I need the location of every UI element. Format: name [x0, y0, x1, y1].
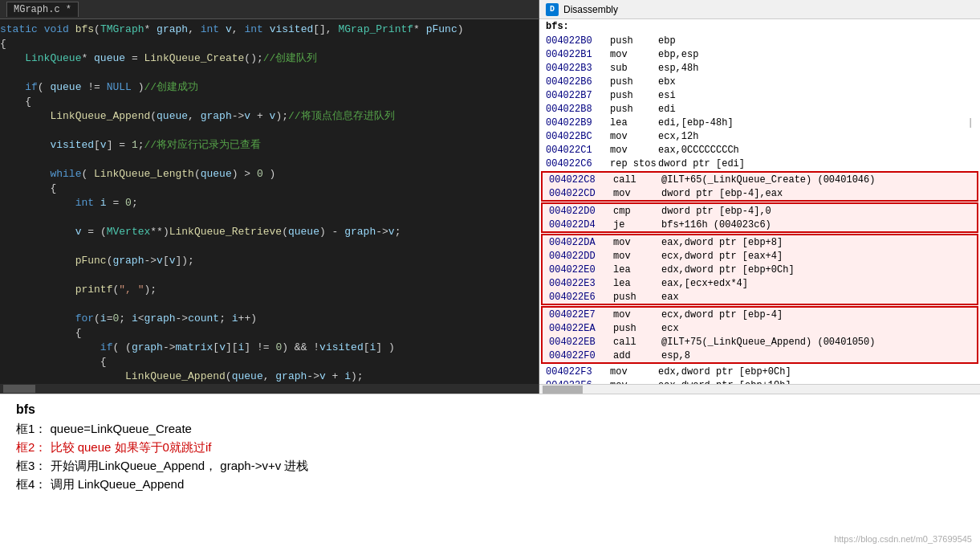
- disasm-addr: 004022E3: [549, 278, 613, 289]
- disasm-operands: edi,[ebp-48h]: [658, 117, 951, 129]
- disasm-addr: 004022F0: [549, 350, 613, 361]
- disasm-row: 004022F3 mov edx,dword ptr [ebp+0Ch]: [539, 365, 980, 378]
- code-line: {: [0, 37, 539, 51]
- code-line: {: [0, 95, 539, 109]
- annotation-content-2: 比较 queue 如果等于0就跳过if: [51, 440, 212, 454]
- disasm-operands: ebx: [658, 76, 974, 88]
- disasm-operands: eax,[ecx+edx*4]: [661, 278, 970, 289]
- disasm-row-box4c: 004022EB call @ILT+75(_LinkQueue_Append)…: [543, 335, 977, 349]
- code-line: [0, 153, 539, 167]
- disasm-operands: edx,dword ptr [ebp+0Ch]: [661, 264, 970, 276]
- disasm-operands: ecx,12h: [658, 131, 974, 142]
- disasm-operands: edi: [658, 104, 974, 115]
- disasm-row-box4d: 004022F0 add esp,8: [543, 349, 977, 362]
- disasm-row-box3d: 004022E3 lea eax,[ecx+edx*4]: [543, 276, 977, 290]
- code-content[interactable]: static void bfs(TMGraph* graph, int v, i…: [0, 19, 539, 384]
- code-hscroll[interactable]: [0, 384, 539, 394]
- disasm-addr: 004022C8: [549, 174, 613, 186]
- annotation-item-4: 框4： 调用 LinkQueue_Append: [16, 477, 964, 492]
- disasm-mnemonic: mov: [610, 131, 658, 142]
- disasm-addr: 004022C6: [546, 158, 610, 169]
- annotation-title: bfs: [16, 402, 964, 417]
- disasm-mnemonic: cmp: [613, 206, 661, 217]
- disasm-row: 004022B7 push esi: [539, 88, 980, 102]
- disasm-addr: 004022DA: [549, 237, 613, 248]
- disasm-operands: eax,0CCCCCCCCh: [658, 145, 974, 156]
- disasm-row-box3c: 004022E0 lea edx,dword ptr [ebp+0Ch]: [543, 263, 977, 276]
- disasm-row: 004022C6 rep stos dword ptr [edi]: [539, 157, 980, 170]
- disasm-operands: ecx: [661, 323, 970, 334]
- disasm-tab-bar: D Disassembly: [539, 0, 980, 19]
- disasm-row-box3e: 004022E6 push eax: [543, 290, 977, 304]
- disasm-mnemonic: rep stos: [610, 158, 658, 169]
- disasm-addr: 004022EA: [549, 323, 613, 334]
- code-tab[interactable]: MGraph.c *: [6, 2, 79, 17]
- disasm-addr: 004022CD: [549, 188, 613, 199]
- disasm-operands: esp,8: [661, 350, 970, 361]
- top-panes: MGraph.c * static void bfs(TMGraph* grap…: [0, 0, 980, 394]
- disasm-row: 004022BC mov ecx,12h: [539, 129, 980, 143]
- highlight-box-4: 004022E7 mov ecx,dword ptr [ebp-4] 00402…: [541, 306, 978, 364]
- disasm-mnemonic: lea: [613, 264, 661, 276]
- disasm-addr: 004022B1: [546, 49, 610, 60]
- disasm-row-box1b: 004022CD mov dword ptr [ebp-4],eax: [543, 186, 977, 200]
- disasm-row: 004022C1 mov eax,0CCCCCCCCh: [539, 143, 980, 157]
- code-line: [0, 239, 539, 254]
- code-line: [0, 210, 539, 225]
- disasm-mnemonic: mov: [613, 251, 661, 262]
- disasm-row-box2a: 004022D0 cmp dword ptr [ebp-4],0: [543, 204, 977, 218]
- annotation-item-1: 框1： queue=LinkQueue_Create: [16, 422, 964, 437]
- disasm-addr: 004022E0: [549, 264, 613, 276]
- disasm-operands: dword ptr [ebp-4],eax: [661, 188, 970, 199]
- disasm-addr: 004022B7: [546, 90, 610, 101]
- disasm-addr: 004022C1: [546, 145, 610, 156]
- disasm-operands: dword ptr [edi]: [658, 158, 974, 169]
- disasm-icon: D: [546, 3, 559, 16]
- code-line: if( queue != NULL )//创建成功: [0, 80, 539, 95]
- disasm-row: 004022B9 lea edi,[ebp-48h] |: [539, 116, 980, 129]
- disasm-mnemonic: mov: [613, 309, 661, 320]
- code-line: for(i=0; i<graph->count; i++): [0, 312, 539, 326]
- disasm-addr: 004022DD: [549, 251, 613, 262]
- disasm-row: 004022B1 mov ebp,esp: [539, 47, 980, 61]
- disasm-mnemonic: lea: [613, 278, 661, 289]
- disasm-row: 004022B8 push edi: [539, 102, 980, 116]
- disasm-tab-label: Disassembly: [563, 4, 618, 15]
- bottom-annotation-area: bfs 框1： queue=LinkQueue_Create 框2： 比较 qu…: [0, 394, 980, 547]
- annotation-content-4: 调用 LinkQueue_Append: [51, 477, 185, 491]
- disasm-operands: esp,48h: [658, 63, 974, 74]
- disasm-row: 004022B6 push ebx: [539, 75, 980, 88]
- disasm-mnemonic: sub: [610, 63, 658, 74]
- disasm-operands: dword ptr [ebp-4],0: [661, 206, 970, 217]
- disasm-hscroll[interactable]: [539, 384, 980, 394]
- disasm-addr: 004022B3: [546, 63, 610, 74]
- disasm-mnemonic: push: [613, 323, 661, 334]
- disasm-mnemonic: push: [610, 104, 658, 115]
- code-line: {: [0, 182, 539, 196]
- disasm-operands: bfs+116h (004023c6): [661, 219, 970, 231]
- code-tab-bar: MGraph.c *: [0, 0, 539, 19]
- disasm-operands: @ILT+65(_LinkQueue_Create) (00401046): [661, 174, 970, 186]
- disasm-row: 004022B3 sub esp,48h: [539, 61, 980, 75]
- disasm-addr: 004022B6: [546, 76, 610, 88]
- disasm-operands: ecx,dword ptr [eax+4]: [661, 251, 970, 262]
- disasm-addr: 004022B8: [546, 104, 610, 115]
- disasm-mnemonic: push: [610, 76, 658, 88]
- code-line: printf(", ");: [0, 283, 539, 297]
- disasm-addr: 004022BC: [546, 131, 610, 142]
- disasm-content[interactable]: bfs: 004022B0 push ebp 004022B1 mov ebp,…: [539, 19, 980, 384]
- annotation-item-3: 框3： 开始调用LinkQueue_Append， graph->v+v 进栈: [16, 459, 964, 474]
- code-line: static void bfs(TMGraph* graph, int v, i…: [0, 22, 539, 37]
- disasm-mnemonic: call: [613, 337, 661, 348]
- highlight-box-1: 004022C8 call @ILT+65(_LinkQueue_Create)…: [541, 171, 978, 202]
- disasm-addr: 004022D0: [549, 206, 613, 217]
- code-line: LinkQueue* queue = LinkQueue_Create();//…: [0, 51, 539, 66]
- disasm-addr: 004022EB: [549, 337, 613, 348]
- code-line: visited[v] = 1;//将对应行记录为已查看: [0, 138, 539, 153]
- annotation-label-1: 框1：: [16, 422, 47, 435]
- disasm-row-box2b: 004022D4 je bfs+116h (004023c6): [543, 218, 977, 231]
- code-line: int i = 0;: [0, 196, 539, 210]
- code-pane: MGraph.c * static void bfs(TMGraph* grap…: [0, 0, 539, 394]
- disasm-addr: 004022B0: [546, 35, 610, 47]
- disasm-mnemonic: push: [613, 292, 661, 303]
